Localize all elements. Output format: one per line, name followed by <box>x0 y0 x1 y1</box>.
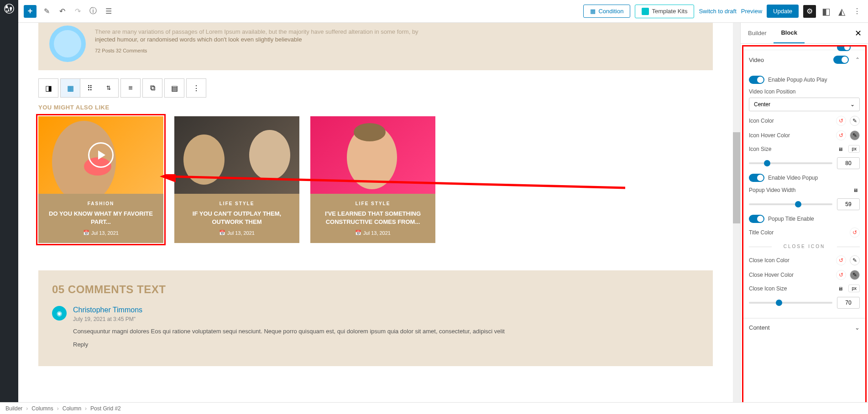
popup-width-slider[interactable] <box>749 203 832 205</box>
comment-author: Christopher Timmons <box>73 306 699 314</box>
chevron-down-icon: ⌄ <box>850 101 855 108</box>
align-icon[interactable]: ≡ <box>121 79 140 97</box>
section-title: YOU MIGHT ALSO LIKE <box>38 104 713 111</box>
enable-popup-label: Enable Video Popup <box>768 175 860 181</box>
avatar <box>49 26 86 62</box>
close-icon-size-input[interactable] <box>837 297 860 309</box>
unit-px[interactable]: px <box>848 285 860 292</box>
add-block-button[interactable]: + <box>24 5 37 18</box>
close-icon-size-label: Close Icon Size <box>749 285 832 292</box>
astra-icon[interactable]: ◭ <box>836 6 847 17</box>
move-icon[interactable]: ⇅ <box>99 79 118 97</box>
info-icon[interactable]: ⓘ <box>88 6 99 17</box>
more-icon[interactable]: ⋮ <box>852 6 863 17</box>
reset-icon[interactable]: ↺ <box>836 255 846 265</box>
more-options-icon[interactable]: ⋮ <box>187 79 206 97</box>
post-card[interactable]: FASHION DO YOU KNOW WHAT MY FAVORITE PAR… <box>38 116 163 243</box>
icon-size-slider[interactable] <box>749 162 832 164</box>
reset-icon[interactable]: ↺ <box>836 270 846 280</box>
post-card[interactable]: LIFE STYLE I'VE LEARNED THAT SOMETHING C… <box>310 116 435 243</box>
post-category: LIFE STYLE <box>316 201 430 206</box>
popup-title-toggle[interactable] <box>749 215 764 223</box>
switch-to-draft-link[interactable]: Switch to draft <box>699 8 736 15</box>
popup-title-label: Popup Title Enable <box>768 216 860 222</box>
preview-link[interactable]: Preview <box>741 8 762 15</box>
popup-width-input[interactable] <box>837 198 860 210</box>
close-icon-size-slider[interactable] <box>749 302 832 304</box>
breadcrumb-item[interactable]: Builder <box>5 405 22 412</box>
content-section-header[interactable]: Content ⌄ <box>743 318 865 336</box>
comments-title: 05 COMMENTS TEXT <box>52 283 699 296</box>
desktop-icon[interactable]: 🖥 <box>851 186 860 194</box>
unit-px[interactable]: px <box>848 145 860 153</box>
icon-size-input[interactable] <box>837 157 860 169</box>
svg-point-0 <box>5 4 14 13</box>
reset-icon[interactable]: ↺ <box>850 228 860 238</box>
post-date: 📅 Jul 13, 2021 <box>316 230 430 236</box>
author-description-2: injected humour, or randomised words whi… <box>95 35 702 44</box>
link-icon[interactable]: ⧉ <box>143 79 162 97</box>
post-card[interactable]: LIFE STYLE IF YOU CAN'T OUTPLAY THEM, OU… <box>174 116 299 243</box>
edit-icon[interactable]: ✎ <box>41 6 52 17</box>
redo-icon[interactable]: ↷ <box>72 6 83 17</box>
condition-button[interactable]: ▦ Condition <box>583 5 630 18</box>
icon-position-select[interactable]: Center ⌄ <box>749 98 860 111</box>
desktop-icon[interactable]: 🖥 <box>836 145 845 153</box>
breadcrumb-item[interactable]: Columns <box>31 405 53 412</box>
reply-link[interactable]: Reply <box>73 341 699 348</box>
post-image <box>310 116 435 194</box>
autoplay-label: Enable Popup Auto Play <box>768 77 860 83</box>
color-picker-icon[interactable]: ✎ <box>850 130 860 140</box>
tab-block[interactable]: Block <box>774 23 804 43</box>
comment-item: ◉ Christopher Timmons July 19, 2021 at 3… <box>52 306 699 348</box>
color-picker-icon[interactable]: ✎ <box>850 270 860 280</box>
undo-icon[interactable]: ↶ <box>57 6 68 17</box>
title-color-label: Title Color <box>749 229 846 236</box>
wordpress-logo-icon[interactable] <box>4 4 14 16</box>
comment-avatar: ◉ <box>52 306 67 321</box>
autoplay-toggle[interactable] <box>749 76 764 84</box>
desktop-icon[interactable]: 🖥 <box>836 285 845 292</box>
icon-size-label: Icon Size <box>749 146 832 152</box>
video-section-header[interactable]: Video ⌃ <box>743 50 865 69</box>
condition-icon: ▦ <box>590 8 596 15</box>
reset-icon[interactable]: ↺ <box>836 116 846 126</box>
replace-icon[interactable]: ▤ <box>165 79 184 97</box>
post-category: LIFE STYLE <box>180 201 294 206</box>
scrollbar[interactable] <box>733 23 740 414</box>
grid-layout-icon[interactable]: ▦ <box>61 79 80 97</box>
settings-icon[interactable]: ⚙ <box>803 5 816 18</box>
close-hover-color-label: Close Hover Color <box>749 272 832 278</box>
toggle-switch[interactable] <box>837 45 851 51</box>
blocks-icon[interactable]: ◧ <box>821 6 831 17</box>
template-icon <box>642 8 649 15</box>
popup-width-label: Popup Video Width <box>749 187 847 193</box>
post-image <box>174 116 299 194</box>
color-picker-icon[interactable]: ✎ <box>850 116 860 126</box>
author-box: There are many variations of passages of… <box>38 23 713 70</box>
video-toggle[interactable] <box>833 56 849 64</box>
icon-color-label: Icon Color <box>749 118 832 124</box>
color-picker-icon[interactable]: ✎ <box>850 255 860 265</box>
icon-hover-color-label: Icon Hover Color <box>749 132 832 139</box>
block-type-icon[interactable]: ◨ <box>39 79 58 97</box>
update-button[interactable]: Update <box>767 5 799 18</box>
author-stats: 72 Posts 32 Comments <box>95 48 702 53</box>
close-icon-color-label: Close Icon Color <box>749 257 832 264</box>
outline-icon[interactable]: ☰ <box>103 6 114 17</box>
comment-text: Consequuntur magni dolores Eos qui ratio… <box>73 327 699 336</box>
icon-position-label: Video Icon Position <box>749 88 860 95</box>
author-description: There are many variations of passages of… <box>95 28 702 35</box>
reset-icon[interactable]: ↺ <box>836 130 846 140</box>
tab-builder[interactable]: Builder <box>741 23 774 43</box>
breadcrumb-item[interactable]: Post Grid #2 <box>90 405 121 412</box>
condition-label: Condition <box>598 8 623 15</box>
drag-icon[interactable]: ⠿ <box>80 79 99 97</box>
close-panel-icon[interactable]: ✕ <box>848 28 868 38</box>
template-kits-button[interactable]: Template Kits <box>635 5 694 18</box>
breadcrumb-item[interactable]: Column <box>63 405 81 412</box>
editor-canvas[interactable]: There are many variations of passages of… <box>18 23 733 414</box>
enable-popup-toggle[interactable] <box>749 174 764 182</box>
breadcrumb: Builder › Columns › Column › Post Grid #… <box>0 402 868 414</box>
play-icon[interactable] <box>88 142 114 168</box>
